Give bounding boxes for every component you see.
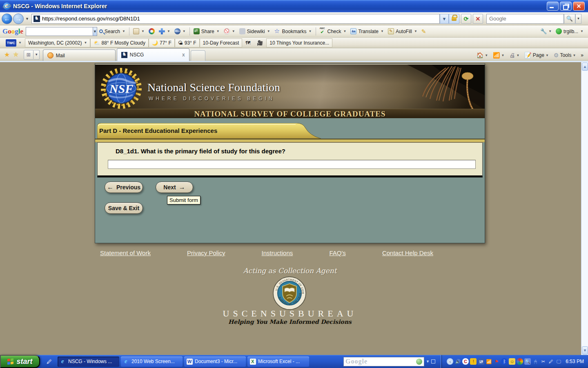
task-web-screen[interactable]: 2010 Web Screen... bbox=[121, 357, 183, 367]
tab-list-dropdown[interactable]: ▼ bbox=[34, 50, 40, 60]
dell-button[interactable]: DELL▼ bbox=[172, 27, 188, 36]
google-deskbar[interactable]: Google ▼ bbox=[343, 357, 435, 366]
feeds-button[interactable]: 📶▼ bbox=[491, 51, 506, 59]
contact-help-desk-link[interactable]: Contact Help Desk bbox=[382, 249, 433, 256]
task-nscg[interactable]: NSCG - Windows ... bbox=[58, 357, 119, 367]
instructions-link[interactable]: Instructions bbox=[262, 249, 293, 256]
tablet-pen-icon[interactable]: 🖉 bbox=[548, 358, 554, 365]
google-search-dropdown-icon[interactable]: ▼ bbox=[93, 27, 97, 36]
volume-icon[interactable]: 🔊 bbox=[454, 358, 461, 365]
tab-mail[interactable]: Mail bbox=[43, 49, 116, 61]
toolbar-settings-button[interactable]: 🔧▼ bbox=[538, 27, 554, 36]
news-headline-link[interactable]: 10 Things Your Insurance... bbox=[266, 38, 332, 47]
search-magnifier-button[interactable]: 🔍 bbox=[564, 14, 575, 24]
plus-icon bbox=[159, 28, 165, 34]
history-dropdown-icon[interactable]: ▼ bbox=[25, 17, 29, 21]
left-arrow-icon: ← bbox=[107, 184, 114, 191]
radar-map-button[interactable]: 🗺 bbox=[242, 38, 254, 47]
browser-search-box: 🔍 ▼ bbox=[486, 14, 581, 24]
quick-launch-icon[interactable]: 🖉 bbox=[47, 359, 52, 365]
highlighter-button[interactable]: ✎ bbox=[419, 27, 430, 36]
task-word-document[interactable]: Document3 - Micr... bbox=[184, 357, 246, 367]
refresh-button[interactable]: ⟳ bbox=[461, 14, 471, 24]
share-button[interactable]: Share▼ bbox=[192, 27, 222, 36]
new-tab-stub[interactable] bbox=[191, 50, 205, 61]
video-button[interactable]: 🎥 bbox=[254, 38, 266, 47]
search-options-dropdown[interactable]: ▼ bbox=[575, 14, 581, 24]
vertical-scrollbar[interactable]: ▲ ▼ bbox=[581, 62, 588, 355]
more-commands-button[interactable]: » bbox=[579, 52, 586, 59]
ten-day-forecast-button[interactable]: 10-Day Forecast bbox=[200, 38, 243, 47]
translate-button[interactable]: åa Translate▼ bbox=[348, 27, 386, 36]
task-excel[interactable]: Microsoft Excel - ... bbox=[247, 357, 309, 367]
google-apps-button[interactable] bbox=[147, 27, 157, 36]
nsf-banner: NSF National Science Foundation WHERE DI… bbox=[95, 64, 485, 118]
save-exit-button[interactable]: Save & Exit bbox=[105, 202, 143, 214]
account-button[interactable]: trgilb...▼ bbox=[554, 27, 586, 36]
antivirus-icon[interactable]: ✂ bbox=[540, 358, 546, 365]
add-favorite-button[interactable]: ✯ bbox=[13, 51, 18, 58]
quick-tabs-button[interactable]: ⊞ bbox=[24, 50, 33, 60]
display-settings-icon[interactable]: 🖵 bbox=[555, 358, 562, 365]
updater-pinwheel-icon[interactable] bbox=[517, 358, 523, 365]
autofill-button[interactable]: AutoFill▼ bbox=[386, 27, 419, 36]
address-bar[interactable] bbox=[31, 14, 440, 24]
weather-location-dropdown[interactable]: Washington, DC (20002)▼ bbox=[25, 38, 91, 47]
statement-of-work-link[interactable]: Statement of Work bbox=[100, 249, 151, 256]
deskbar-expand-icon[interactable] bbox=[431, 359, 435, 364]
security-lock-icon[interactable] bbox=[449, 14, 459, 24]
signal-strength-icon[interactable]: 📶 bbox=[486, 358, 492, 365]
utility-icon[interactable]: 🔍 bbox=[524, 358, 531, 365]
previous-button[interactable]: ← Previous bbox=[105, 182, 143, 193]
vpn-client-icon[interactable]: C bbox=[462, 358, 469, 365]
popup-blocker-button[interactable]: ▼ bbox=[222, 27, 237, 36]
home-button[interactable]: 🏠▼ bbox=[474, 51, 490, 59]
network-disconnected-icon[interactable]: 🖳 bbox=[478, 358, 484, 365]
news-button[interactable]: ▼ bbox=[131, 27, 147, 36]
forward-button[interactable]: → bbox=[13, 13, 24, 24]
spellcheck-button[interactable]: Check▼ bbox=[318, 27, 349, 36]
security-alert-icon[interactable]: ! bbox=[470, 358, 477, 365]
tab-nscg[interactable]: NSCG x bbox=[117, 48, 189, 61]
autofill-icon bbox=[388, 28, 394, 34]
add-gadget-button[interactable]: ▼ bbox=[157, 27, 172, 36]
restore-button[interactable] bbox=[560, 2, 572, 11]
census-bureau-tagline: Helping You Make Informed Decisions bbox=[95, 315, 485, 325]
deskbar-dropdown-icon[interactable]: ▼ bbox=[426, 359, 430, 364]
page-menu-button[interactable]: 📝Page▼ bbox=[522, 51, 550, 59]
mouse-settings-icon[interactable]: 🖰 bbox=[532, 358, 539, 365]
start-button[interactable]: start bbox=[0, 355, 40, 368]
privacy-policy-link[interactable]: Privacy Policy bbox=[187, 249, 225, 256]
dell-icon: DELL bbox=[174, 28, 180, 34]
close-button[interactable] bbox=[573, 2, 585, 11]
minimize-button[interactable] bbox=[547, 2, 559, 11]
address-dropdown-button[interactable]: ▼ bbox=[440, 14, 449, 24]
collapse-tray-icon[interactable]: ‹ bbox=[447, 358, 453, 365]
bluetooth-icon[interactable]: ᛒ bbox=[501, 358, 508, 365]
address-input[interactable] bbox=[42, 16, 438, 22]
deskbar-search-icon[interactable] bbox=[416, 359, 422, 365]
twc-logo-button[interactable]: TWC ▼ bbox=[2, 38, 25, 47]
faqs-link[interactable]: FAQ's bbox=[329, 249, 345, 256]
print-button[interactable]: 🖨▼ bbox=[507, 51, 521, 59]
close-tab-icon[interactable]: x bbox=[182, 52, 185, 58]
stop-button[interactable]: ✕ bbox=[473, 14, 483, 24]
favorites-center-button[interactable]: ★ bbox=[4, 51, 10, 58]
answer-input[interactable] bbox=[108, 160, 476, 169]
scroll-down-icon[interactable]: ▼ bbox=[582, 346, 588, 355]
back-button[interactable]: ← bbox=[2, 13, 12, 24]
weather-toolbar: TWC ▼ Washington, DC (20002)▼ ⛅ 88° F Mo… bbox=[0, 38, 588, 48]
messenger-icon[interactable]: ☺ bbox=[509, 358, 515, 365]
tools-menu-button[interactable]: ⚙Tools▼ bbox=[552, 51, 578, 59]
low-temp[interactable]: 🌙 77° F bbox=[149, 38, 175, 47]
bookmarks-button[interactable]: ☆ Bookmarks▼ bbox=[272, 27, 314, 36]
current-conditions[interactable]: ⛅ 88° F Mostly Cloudy bbox=[90, 38, 149, 47]
next-button[interactable]: Next → bbox=[156, 182, 193, 193]
google-search-input[interactable] bbox=[26, 29, 93, 34]
google-search-button[interactable]: Search▼ bbox=[97, 27, 127, 36]
scroll-up-icon[interactable]: ▲ bbox=[582, 63, 588, 71]
flag-icon[interactable]: ⚑ bbox=[493, 358, 500, 365]
browser-search-input[interactable] bbox=[486, 14, 564, 24]
sidewiki-button[interactable]: Sidewiki▼ bbox=[237, 27, 272, 36]
high-temp[interactable]: 🌤 93° F bbox=[175, 38, 200, 47]
